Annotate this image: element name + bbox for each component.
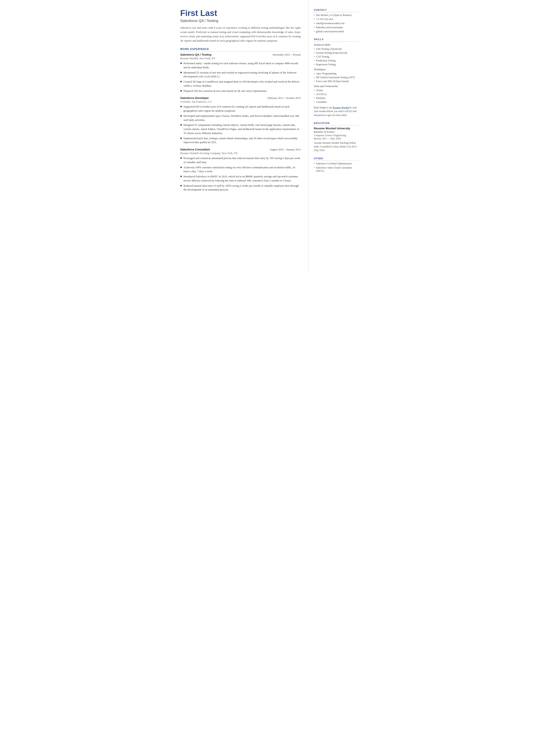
skill-item: Production Testing <box>314 59 359 62</box>
other-list: Salesforce Certified Administrator. Sale… <box>314 162 359 173</box>
job-dates-2: February 2013 – October 2015 <box>268 97 300 100</box>
other-item: Salesforce Certified Administrator. <box>314 162 359 165</box>
job-block-1: Salesforce QA / Testing November 2015 – … <box>180 53 301 93</box>
promo-link[interactable]: Resume Worded <box>333 106 349 109</box>
job-header-3: Salesforce Consultant August 2010 – Janu… <box>180 148 301 151</box>
other-heading: OTHER <box>314 157 359 161</box>
job-block-2: Salesforce Developer February 2013 – Oct… <box>180 96 301 144</box>
bullet-icon <box>180 167 182 168</box>
skill-item: ACCELQ <box>314 93 359 96</box>
edu-field: Computer Science Engineering <box>314 134 359 137</box>
job-block-3: Salesforce Consultant August 2010 – Janu… <box>180 148 301 192</box>
job-bullets-1: Performed sanity / smoke testing for eac… <box>180 61 301 93</box>
bullet-icon <box>180 157 182 159</box>
job-company-1: Resume Worded, New York, NY <box>180 57 301 60</box>
skill-item: Cucumber <box>314 100 359 104</box>
skill-item: System Testing (Experienced) <box>314 51 359 55</box>
contact-section: CONTACT Des Moines, IA (Open to Remote) … <box>314 9 359 33</box>
bullet-icon <box>180 185 182 186</box>
skill-item: Unit Testing (Advanced) <box>314 47 359 51</box>
contact-item-location: Des Moines, IA (Open to Remote) <box>314 14 359 17</box>
work-experience-section: WORK EXPERIENCE Salesforce QA / Testing … <box>180 48 301 192</box>
contact-heading: CONTACT <box>314 9 359 12</box>
job-company-3: Resume Worded's Exciting Company, New Yo… <box>180 152 301 155</box>
technical-skills-label: Technical Skills: <box>314 43 359 46</box>
job-dates-3: August 2010 – January 2013 <box>270 148 301 151</box>
skills-section: SKILLS Technical Skills: Unit Testing (A… <box>314 38 359 117</box>
skill-item: Testim <box>314 89 359 92</box>
bullet-icon <box>180 115 182 117</box>
right-column: CONTACT Des Moines, IA (Open to Remote) … <box>309 0 365 274</box>
promo-box: Don't forget to use Resume Worded to sca… <box>314 106 359 117</box>
candidate-summary: Salesforce QA and tester with 9 years of… <box>180 26 301 43</box>
bullet-item: Reduced manual data entry of staff by 10… <box>180 184 301 192</box>
other-item: Salesforce Sales Cloud Consultant (SSCC)… <box>314 166 359 173</box>
education-heading: EDUCATION <box>314 122 359 126</box>
job-dates-1: November 2015 – Present <box>272 53 300 56</box>
bullet-icon <box>180 106 182 107</box>
skill-item: HP Unified Functional Testing (UFT) <box>314 76 359 79</box>
bullet-icon <box>180 137 182 139</box>
bullet-item: Introduced Salesforce to RWEC in 2010, w… <box>180 175 301 183</box>
bullet-icon <box>180 124 182 126</box>
bullet-item: Developed and implemented Apex Classes, … <box>180 114 301 122</box>
bullet-icon <box>180 176 182 177</box>
candidate-title: Salesforce QA / Testing <box>180 19 301 23</box>
skill-item: Regression Testing <box>314 63 359 66</box>
bullet-item: Prepared 350 test scenarios & test cases… <box>180 89 301 93</box>
tools-label: Tools and Frameworks: <box>314 85 359 88</box>
technical-skills-list: Unit Testing (Advanced) System Testing (… <box>314 47 359 66</box>
techniques-list: Apex Programming HP Unified Functional T… <box>314 72 359 83</box>
candidate-name: First Last <box>180 9 301 18</box>
job-header-1: Salesforce QA / Testing November 2015 – … <box>180 53 301 56</box>
edu-degree: Bachelor of Science <box>314 130 359 134</box>
job-title-1: Salesforce QA / Testing <box>180 53 211 56</box>
job-title-3: Salesforce Consultant <box>180 148 210 151</box>
job-title-2: Salesforce Developer <box>180 96 209 99</box>
skill-item: Workday <box>314 97 359 100</box>
bullet-item: Envisaged and created an automated proce… <box>180 156 301 164</box>
work-experience-heading: WORK EXPERIENCE <box>180 48 301 52</box>
bullet-icon <box>180 72 182 73</box>
bullet-item: Achieved a 99% customer satisfaction rat… <box>180 165 301 174</box>
job-bullets-3: Envisaged and created an automated proce… <box>180 156 301 192</box>
skill-item: Apex Programming <box>314 72 359 75</box>
contact-list: Des Moines, IA (Open to Remote) +1-555-3… <box>314 14 359 33</box>
edu-school-name: Resume Worded University <box>314 127 359 130</box>
bullet-item: Maintained 25 versions of test sets and … <box>180 71 301 79</box>
bullet-icon <box>180 90 182 92</box>
bullet-item: Implemented pick lists, lookups, master-… <box>180 136 301 145</box>
skills-heading: SKILLS <box>314 38 359 42</box>
contact-item-github: github.com/resumeworded <box>314 30 359 33</box>
left-column: First Last Salesforce QA / Testing Sales… <box>171 0 309 274</box>
edu-date: Boston, MA — May 2009 <box>314 137 359 140</box>
bullet-item: Performed sanity / smoke testing for eac… <box>180 61 301 70</box>
job-bullets-2: Supported 650 Growthsi users in 8 countr… <box>180 105 301 144</box>
bullet-icon <box>180 63 182 64</box>
techniques-label: Techniques: <box>314 68 359 71</box>
job-company-2: Growthsi, San Francisco, CA <box>180 100 301 103</box>
skill-item: Force.com IDE (Eclipse-based) <box>314 80 359 83</box>
bullet-item: Created 3K bugs in 4 sandboxes and assig… <box>180 80 301 88</box>
bullet-item: Designed 25 components including custom … <box>180 123 301 135</box>
promo-text-before: Don't forget to use <box>314 106 333 109</box>
education-section: EDUCATION Resume Worded University Bache… <box>314 122 359 153</box>
skill-item: UAT Testing <box>314 55 359 58</box>
bullet-icon <box>180 81 182 82</box>
edu-awards: Awards: Resume Worded Teaching Fellow (o… <box>314 141 359 153</box>
contact-item-linkedin: linkedin.com/in/username <box>314 26 359 29</box>
contact-item-email: email@resumeworded.com <box>314 22 359 25</box>
tools-list: Testim ACCELQ Workday Cucumber <box>314 89 359 104</box>
job-header-2: Salesforce Developer February 2013 – Oct… <box>180 96 301 100</box>
bullet-item: Supported 650 Growthsi users in 8 countr… <box>180 105 301 113</box>
contact-item-phone: +1-555-332-454 <box>314 18 359 21</box>
other-section: OTHER Salesforce Certified Administrator… <box>314 157 359 173</box>
